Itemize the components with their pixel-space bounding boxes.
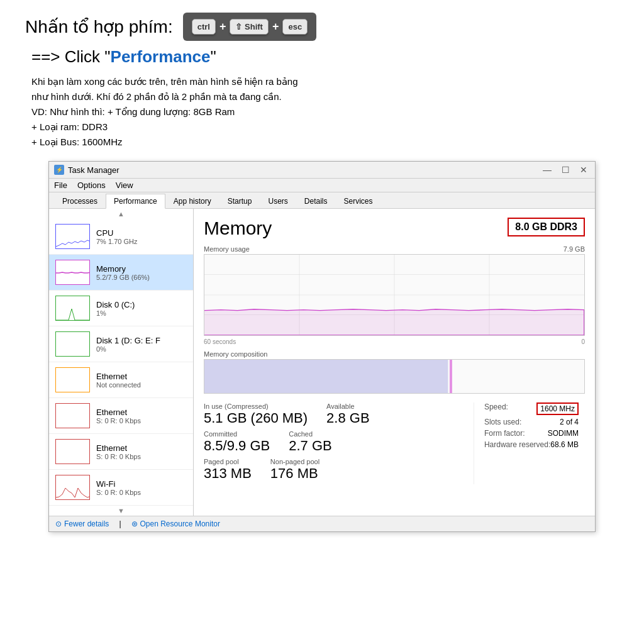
disk0-chart	[55, 296, 90, 321]
chart-time: 60 seconds	[204, 338, 236, 345]
minimize-button[interactable]: —	[540, 165, 554, 175]
paged-label: Paged pool	[204, 458, 252, 465]
content-title: Memory	[204, 218, 272, 239]
sidebar-item-ethernet0[interactable]: Ethernet Not connected	[49, 362, 193, 398]
stat-nonpaged: Non-paged pool 176 MB	[270, 458, 319, 482]
ethernet0-chart	[55, 367, 90, 392]
ethernet1-info: Ethernet S: 0 R: 0 Kbps	[96, 408, 187, 425]
stats-left: In use (Compressed) 5.1 GB (260 MB) Avai…	[204, 402, 461, 484]
composition-chart	[204, 359, 585, 394]
maximize-button[interactable]: ☐	[559, 165, 572, 175]
memory-usage-line	[204, 309, 584, 335]
fewer-details-button[interactable]: ⊙ Fewer details	[55, 519, 109, 528]
disk0-label: Disk 0 (C:)	[96, 300, 187, 309]
paged-value: 313 MB	[204, 465, 252, 482]
titlebar-title: Task Manager	[68, 165, 119, 175]
cached-label: Cached	[289, 430, 331, 438]
stat-row-2: Committed 8.5/9.9 GB Cached 2.7 GB	[204, 430, 461, 454]
plus-2: +	[272, 20, 279, 33]
instruction-title: Nhấn tổ hợp phím:	[25, 16, 173, 37]
sidebar-item-memory[interactable]: Memory 5.2/7.9 GB (66%)	[49, 255, 193, 291]
sidebar-item-disk0[interactable]: Disk 0 (C:) 1%	[49, 291, 193, 326]
menu-view[interactable]: View	[116, 180, 133, 190]
nonpaged-value: 176 MB	[270, 465, 319, 482]
menu-file[interactable]: File	[54, 180, 67, 190]
speed-value: 1600 MHz	[536, 402, 579, 415]
memory-chart	[55, 260, 90, 285]
ethernet2-label: Ethernet	[96, 443, 187, 453]
committed-value: 8.5/9.9 GB	[204, 438, 270, 454]
scroll-up[interactable]: ▲	[49, 209, 193, 219]
disk1-label: Disk 1 (D: G: E: F	[96, 336, 187, 345]
desc-line3: VD: Như hình thì: + Tổng dung lượng: 8GB…	[31, 104, 619, 119]
fewer-details-icon: ⊙	[55, 519, 62, 528]
sidebar-item-disk1[interactable]: Disk 1 (D: G: E: F 0%	[49, 326, 193, 362]
stat-cached: Cached 2.7 GB	[289, 430, 331, 454]
key-shift: ⇧ Shift	[230, 19, 269, 35]
menu-options[interactable]: Options	[77, 180, 106, 190]
form-value: SODIMM	[548, 429, 579, 438]
content-header: Memory 8.0 GB DDR3	[204, 218, 585, 239]
ethernet1-chart	[55, 403, 90, 428]
chart-zero: 0	[581, 338, 585, 345]
slots-value: 2 of 4	[560, 418, 579, 426]
sidebar-item-ethernet1[interactable]: Ethernet S: 0 R: 0 Kbps	[49, 398, 193, 434]
scroll-down[interactable]: ▼	[49, 506, 193, 516]
reserved-label: Hardware reserved:	[484, 440, 550, 449]
usage-chart	[204, 254, 585, 336]
tm-content: Memory 8.0 GB DDR3 Memory usage 7.9 GB	[194, 209, 595, 516]
ethernet0-value: Not connected	[96, 381, 187, 389]
inuse-label: In use (Compressed)	[204, 402, 308, 410]
tm-body: ▲ CPU 7% 1.70 GHz	[49, 209, 595, 516]
tm-footer: ⊙ Fewer details | ⊛ Open Resource Monito…	[49, 516, 595, 531]
tab-details[interactable]: Details	[296, 194, 336, 208]
composition-modified	[450, 360, 452, 393]
ethernet1-chart-svg	[56, 404, 90, 428]
key-esc: esc	[282, 19, 308, 35]
tab-bar: Processes Performance App history Startu…	[49, 192, 595, 209]
ethernet2-chart	[55, 439, 90, 464]
open-monitor-button[interactable]: ⊛ Open Resource Monitor	[131, 519, 220, 528]
stat-paged: Paged pool 313 MB	[204, 458, 252, 482]
stat-inuse: In use (Compressed) 5.1 GB (260 MB)	[204, 402, 308, 426]
sidebar-item-ethernet2[interactable]: Ethernet S: 0 R: 0 Kbps	[49, 434, 193, 470]
composition-inuse	[204, 360, 448, 393]
ethernet2-chart-svg	[56, 440, 90, 464]
sidebar-item-cpu[interactable]: CPU 7% 1.70 GHz	[49, 219, 193, 255]
tab-performance[interactable]: Performance	[106, 194, 165, 209]
cpu-label: CPU	[96, 228, 187, 238]
tab-processes[interactable]: Processes	[54, 194, 106, 208]
tab-services[interactable]: Services	[336, 194, 381, 208]
composition-label: Memory composition	[204, 350, 585, 358]
footer-separator: |	[119, 519, 121, 528]
cpu-info: CPU 7% 1.70 GHz	[96, 228, 187, 245]
tab-users[interactable]: Users	[260, 194, 296, 208]
tab-startup[interactable]: Startup	[219, 194, 260, 208]
titlebar: ⚡ Task Manager — ☐ ✕	[49, 162, 595, 179]
disk0-value: 1%	[96, 309, 187, 317]
desc-line2: như hình dưới. Khí đó 2 phần đỏ là 2 phầ…	[31, 89, 619, 104]
disk1-chart-svg	[56, 332, 90, 357]
stats-section: In use (Compressed) 5.1 GB (260 MB) Avai…	[204, 402, 585, 484]
taskmanager-window: ⚡ Task Manager — ☐ ✕ File Options View P…	[48, 161, 596, 532]
keys-container: ctrl + ⇧ Shift + esc	[183, 13, 316, 41]
sidebar-item-wifi[interactable]: Wi-Fi S: 0 R: 0 Kbps	[49, 470, 193, 506]
titlebar-controls[interactable]: — ☐ ✕	[540, 165, 590, 175]
form-label: Form factor:	[484, 429, 525, 438]
wifi-value: S: 0 R: 0 Kbps	[96, 489, 187, 496]
stat-row-3: Paged pool 313 MB Non-paged pool 176 MB	[204, 458, 461, 482]
tab-apphistory[interactable]: App history	[165, 194, 219, 208]
ethernet0-label: Ethernet	[96, 372, 187, 381]
close-button[interactable]: ✕	[577, 165, 590, 175]
available-label: Available	[326, 402, 369, 410]
stat-row-1: In use (Compressed) 5.1 GB (260 MB) Avai…	[204, 402, 461, 426]
usage-chart-svg	[204, 255, 584, 335]
fewer-details-label: Fewer details	[64, 519, 109, 528]
wifi-line	[56, 488, 90, 497]
ethernet2-info: Ethernet S: 0 R: 0 Kbps	[96, 443, 187, 460]
desc-line1: Khi bạn làm xong các bước trên, trên màn…	[31, 74, 619, 89]
speed-label: Speed:	[484, 402, 508, 415]
wifi-label: Wi-Fi	[96, 479, 187, 489]
memory-value: 5.2/7.9 GB (66%)	[96, 274, 187, 281]
available-value: 2.8 GB	[326, 410, 369, 426]
